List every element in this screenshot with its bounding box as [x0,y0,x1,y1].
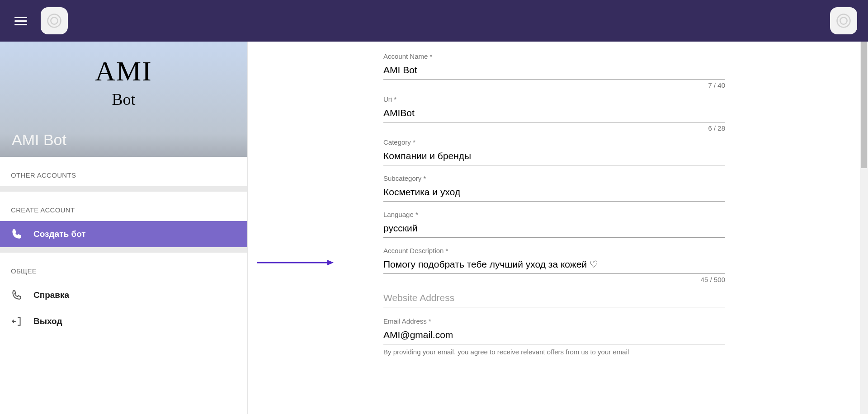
sidebar-item-label: Создать бот [33,229,86,239]
sidebar-item-help[interactable]: Справка [0,282,247,308]
counter-account-name: 7 / 40 [383,81,725,89]
input-website[interactable] [383,290,725,307]
field-uri: Uri * 6 / 28 [383,95,725,132]
label-email: Email Address * [383,317,725,325]
input-description[interactable] [383,256,725,274]
divider [0,186,247,192]
field-email: Email Address * By providing your email,… [383,317,725,356]
sidebar-item-label: Выход [33,316,62,326]
sidebar-item-label: Справка [33,290,69,300]
sidebar: AMI Bot AMI Bot OTHER ACCOUNTS CREATE AC… [0,42,248,414]
section-create-account: CREATE ACCOUNT [0,192,247,221]
counter-uri: 6 / 28 [383,124,725,132]
profile-title: AMI Bot [12,131,66,149]
app-logo-left[interactable] [41,7,68,34]
scrollbar-vertical[interactable] [860,42,868,414]
label-category: Category * [383,138,725,146]
input-language[interactable] [383,220,725,238]
field-subcategory: Subcategory * [383,174,725,202]
label-account-name: Account Name * [383,52,725,60]
label-language: Language * [383,211,725,218]
hamburger-menu-button[interactable] [11,13,31,29]
field-category: Category * [383,138,725,165]
input-email[interactable] [383,327,725,344]
profile-logo-big: AMI [95,55,152,87]
field-language: Language * [383,211,725,238]
helper-email: By providing your email, you agree to re… [383,348,725,356]
svg-point-1 [51,17,57,24]
input-uri[interactable] [383,105,725,122]
sidebar-item-create-bot[interactable]: Создать бот [0,221,247,247]
main-panel: Account Name * 7 / 40 Uri * 6 / 28 Categ… [248,42,868,414]
phone-icon [11,289,23,301]
field-description: Account Description * 45 / 500 [383,247,725,283]
svg-point-3 [840,17,847,24]
input-account-name[interactable] [383,62,725,80]
input-category[interactable] [383,148,725,165]
svg-point-2 [837,14,850,28]
divider [0,247,247,253]
label-description: Account Description * [383,247,725,254]
profile-banner[interactable]: AMI Bot AMI Bot [0,42,247,157]
scrollbar-thumb[interactable] [861,42,867,168]
label-uri: Uri * [383,95,725,103]
section-other-accounts: OTHER ACCOUNTS [0,157,247,186]
field-website [383,290,725,307]
svg-marker-5 [327,260,334,265]
viber-icon [836,13,851,28]
label-subcategory: Subcategory * [383,174,725,182]
section-general: ОБЩЕЕ [0,253,247,282]
arrow-annotation [257,259,334,266]
svg-point-0 [48,14,61,28]
logout-icon [11,315,23,327]
topbar [0,0,868,42]
sidebar-item-logout[interactable]: Выход [0,308,247,334]
field-account-name: Account Name * 7 / 40 [383,52,725,89]
input-subcategory[interactable] [383,184,725,202]
app-logo-right[interactable] [830,7,857,34]
topbar-left [11,7,68,34]
counter-description: 45 / 500 [383,276,725,283]
phone-icon [11,228,23,240]
profile-logo-small: Bot [112,90,135,109]
viber-icon [47,13,62,28]
